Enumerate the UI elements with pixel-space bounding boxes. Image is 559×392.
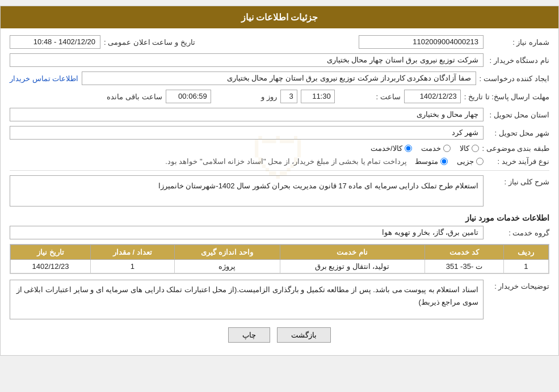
no-farayand-label: نوع فرآیند خرید : xyxy=(487,157,549,166)
page-header: جزئیات اطلاعات نیاز xyxy=(1,6,558,28)
cell-radif: 1 xyxy=(503,260,548,273)
grohe-khedmat-value: تامین برق، گاز، بخار و تهویه هوا xyxy=(10,226,484,239)
col-kod: کد خدمت xyxy=(424,245,503,260)
radio-mottaset-input[interactable] xyxy=(440,158,448,165)
radio-jozi-input[interactable] xyxy=(476,158,484,165)
ettelaat-tamas-link[interactable]: اطلاعات تماس خریدار xyxy=(10,74,78,83)
col-nam: نام خدمت xyxy=(280,245,424,260)
mohlat-date: 1402/12/23 xyxy=(404,90,461,103)
tabaqe-radio-group: کالا خدمت کالا/خدمت xyxy=(371,144,479,153)
toseeh-label: توضیحات خریدار : xyxy=(487,280,549,290)
nam-dastgah-label: نام دستگاه خریدار : xyxy=(487,56,549,65)
radio-mottaset[interactable]: متوسط xyxy=(415,157,448,166)
tarikh-label: تاریخ و ساعت اعلان عمومی : xyxy=(104,38,195,47)
ostan-label: استان محل تحویل : xyxy=(487,111,549,119)
cell-kod: ت -35- 351 xyxy=(424,260,503,273)
remaining-label: ساعت باقی مانده xyxy=(107,92,162,101)
ijad-konande-label: ایجاد کننده درخواست : xyxy=(480,74,549,83)
nam-dastgah-value: شرکت توزیع نیروی برق استان چهار محال بخت… xyxy=(10,53,484,67)
back-button[interactable]: بازگشت xyxy=(277,327,331,343)
mohlat-time: 11:30 xyxy=(301,90,335,103)
radio-kala-khedmat[interactable]: کالا/خدمت xyxy=(371,144,412,153)
radio-kala-khedmat-input[interactable] xyxy=(405,145,412,152)
watermark-logo: 🛡 xyxy=(251,127,308,192)
radio-khedmat-input[interactable] xyxy=(443,145,451,152)
shahr-value: شهر کرد xyxy=(10,126,484,140)
farayand-radio-group: جزیی متوسط xyxy=(415,157,484,166)
col-tedad: تعداد / مقدار xyxy=(91,245,175,260)
shomare-niaz-label: شماره نیاز : xyxy=(487,38,549,47)
radio-khedmat[interactable]: خدمت xyxy=(421,144,451,153)
ijad-konande-value: صفا آزادگان دهکردی کاربرداز شرکت توزیع ن… xyxy=(82,71,476,85)
cell-vahed: پروژه xyxy=(174,260,280,273)
button-group: بازگشت چاپ xyxy=(10,327,549,343)
col-tarikh: تاریخ نیاز xyxy=(11,245,91,260)
radio-jozi[interactable]: جزیی xyxy=(457,157,484,166)
col-vahed: واحد اندازه گیری xyxy=(174,245,280,260)
radio-kala-input[interactable] xyxy=(472,145,479,152)
col-radif: ردیف xyxy=(503,245,548,260)
radio-kala[interactable]: کالا xyxy=(460,144,479,153)
mohlat-ersal-label: مهلت ارسال پاسخ: تا تاریخ : xyxy=(464,92,549,101)
service-info-title: اطلاعات خدمات مورد نیاز xyxy=(10,213,549,222)
print-button[interactable]: چاپ xyxy=(228,327,270,343)
mohlat-remaining: 00:06:59 xyxy=(166,90,211,103)
sharh-kolli-value: استعلام طرح تملک دارایی سرمایه ای ماده 1… xyxy=(10,175,484,206)
tarikh-value: 1402/12/20 - 10:48 xyxy=(10,35,100,49)
shahr-label: شهر محل تحویل : xyxy=(487,129,549,137)
shomare-niaz-value: 1102009004000213 xyxy=(359,35,484,49)
grohe-khedmat-label: گروه خدمت : xyxy=(487,229,549,237)
saat-label: ساعت : xyxy=(338,92,401,101)
services-table-wrapper: ردیف کد خدمت نام خدمت واحد اندازه گیری ت… xyxy=(10,244,549,274)
toseeh-value: اسناد استعلام به پیوست می باشد. پس از مط… xyxy=(10,280,484,319)
page-title: جزئیات اطلاعات نیاز xyxy=(241,12,318,22)
mohlat-days: 3 xyxy=(280,90,297,103)
cell-tarikh: 1402/12/23 xyxy=(11,260,91,273)
ostan-value: چهار محال و بختیاری xyxy=(10,108,484,121)
cell-tedad: 1 xyxy=(91,260,175,273)
tabaqe-label: طبقه بندی موضوعی : xyxy=(482,144,549,153)
table-row: 1 ت -35- 351 تولید، انتقال و توزیع برق پ… xyxy=(11,260,549,273)
sharh-kolli-label: شرح کلی نیاز : xyxy=(487,175,549,186)
cell-nam: تولید، انتقال و توزیع برق xyxy=(280,260,424,273)
services-table: ردیف کد خدمت نام خدمت واحد اندازه گیری ت… xyxy=(10,245,549,273)
roz-label: روز و xyxy=(215,92,277,101)
